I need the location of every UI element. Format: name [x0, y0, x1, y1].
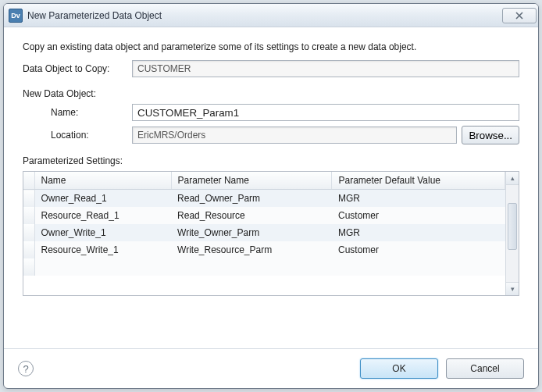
settings-table: Name Parameter Name Parameter Default Va… [23, 172, 505, 276]
row-header-cell[interactable] [23, 241, 34, 258]
cell-parameter-name[interactable]: Read_Owner_Parm [171, 190, 332, 208]
cell-empty [171, 258, 332, 276]
cell-name[interactable]: Owner_Write_1 [34, 224, 171, 241]
dialog-content: Copy an existing data object and paramet… [4, 27, 538, 348]
cell-parameter-default-value[interactable]: Customer [332, 207, 505, 224]
window-title: New Parameterized Data Object [27, 10, 502, 21]
description-text: Copy an existing data object and paramet… [23, 41, 519, 52]
vertical-scrollbar[interactable]: ▴ ▾ [505, 172, 519, 295]
label-data-object-to-copy: Data Object to Copy: [23, 63, 132, 74]
label-new-data-object: New Data Object: [23, 88, 519, 99]
scroll-thumb[interactable] [508, 203, 517, 250]
label-parameterized-settings: Parameterized Settings: [23, 155, 519, 166]
ok-button[interactable]: OK [360, 358, 438, 379]
help-button[interactable]: ? [18, 361, 34, 376]
dialog-window: Dv New Parameterized Data Object Copy an… [3, 3, 539, 389]
row-header-cell[interactable] [23, 207, 34, 224]
row-header-cell [23, 258, 34, 276]
cell-parameter-name[interactable]: Write_Resource_Parm [171, 241, 332, 258]
browse-button[interactable]: Browse... [462, 126, 519, 144]
cell-empty [34, 258, 171, 276]
close-icon [515, 12, 523, 20]
cell-name[interactable]: Owner_Read_1 [34, 190, 171, 208]
settings-table-container: Name Parameter Name Parameter Default Va… [23, 171, 519, 296]
cell-parameter-name[interactable]: Read_Resource [171, 207, 332, 224]
row-header-column [23, 172, 34, 190]
table-row[interactable]: Resource_Write_1Write_Resource_ParmCusto… [23, 241, 505, 258]
scroll-up-arrow[interactable]: ▴ [506, 172, 519, 185]
col-name[interactable]: Name [34, 172, 171, 190]
field-data-object-to-copy: CUSTOMER [132, 60, 519, 77]
col-parameter-default-value[interactable]: Parameter Default Value [332, 172, 505, 190]
dialog-footer: ? OK Cancel [4, 348, 538, 388]
cell-name[interactable]: Resource_Write_1 [34, 241, 171, 258]
cancel-button[interactable]: Cancel [446, 358, 524, 379]
table-row-empty [23, 258, 505, 276]
row-header-cell[interactable] [23, 190, 34, 208]
app-icon: Dv [9, 9, 23, 23]
table-row[interactable]: Owner_Read_1Read_Owner_ParmMGR [23, 190, 505, 208]
row-header-cell[interactable] [23, 224, 34, 241]
cell-parameter-default-value[interactable]: MGR [332, 190, 505, 208]
cell-empty [332, 258, 505, 276]
name-input[interactable] [132, 104, 519, 121]
col-parameter-name[interactable]: Parameter Name [171, 172, 332, 190]
label-location: Location: [23, 130, 132, 141]
help-icon: ? [23, 363, 28, 375]
cell-parameter-name[interactable]: Write_Owner_Parm [171, 224, 332, 241]
label-name: Name: [23, 107, 132, 118]
table-row[interactable]: Resource_Read_1Read_ResourceCustomer [23, 207, 505, 224]
titlebar: Dv New Parameterized Data Object [4, 4, 538, 27]
cell-parameter-default-value[interactable]: MGR [332, 224, 505, 241]
field-location: EricMRS/Orders [132, 127, 457, 144]
cell-parameter-default-value[interactable]: Customer [332, 241, 505, 258]
table-row[interactable]: Owner_Write_1Write_Owner_ParmMGR [23, 224, 505, 241]
close-button[interactable] [502, 8, 537, 23]
cell-name[interactable]: Resource_Read_1 [34, 207, 171, 224]
scroll-down-arrow[interactable]: ▾ [506, 282, 519, 295]
